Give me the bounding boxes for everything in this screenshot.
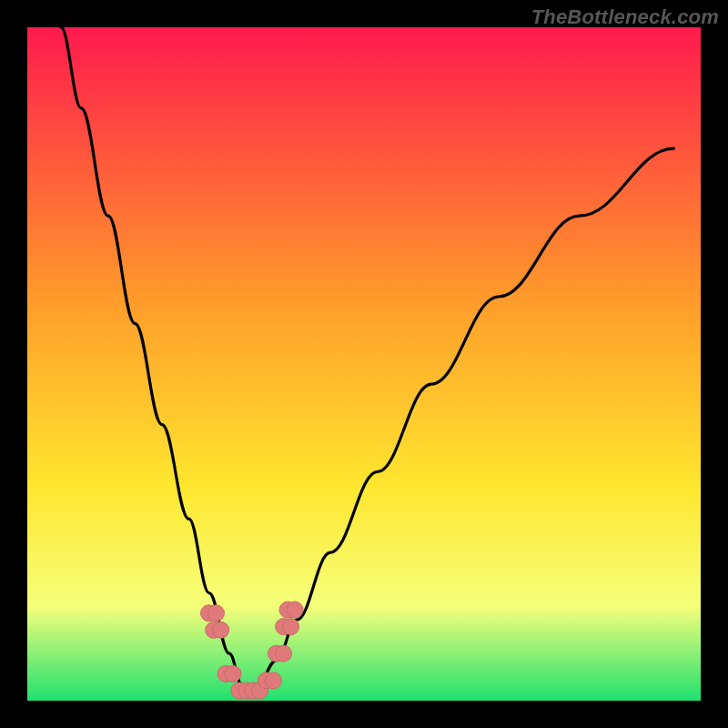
svg-point-5 (225, 665, 241, 682)
plot-area (27, 27, 701, 701)
gradient-background (27, 27, 701, 701)
chart-frame: TheBottleneck.com (0, 0, 728, 728)
svg-point-13 (276, 645, 292, 662)
svg-point-11 (265, 672, 281, 689)
svg-point-17 (287, 602, 303, 618)
watermark-text: TheBottleneck.com (531, 5, 719, 29)
svg-point-1 (208, 605, 225, 622)
chart-svg (27, 27, 701, 701)
svg-point-15 (283, 619, 299, 635)
svg-point-3 (213, 622, 229, 638)
